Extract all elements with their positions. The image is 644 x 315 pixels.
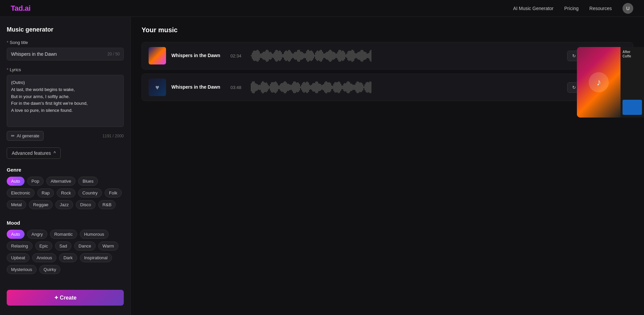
waveform-bar [354,51,354,60]
waveform-bar [257,84,258,91]
waveform[interactable] [251,81,562,94]
mood-tag-relaxing[interactable]: Relaxing [7,241,33,251]
waveform-bar [277,83,278,91]
waveform-bar [295,52,296,60]
mood-tag-sad[interactable]: Sad [55,241,71,251]
waveform-bar [312,51,313,60]
waveform-bar [363,84,363,90]
genre-tag-blues[interactable]: Blues [78,177,98,186]
mood-tag-anxious[interactable]: Anxious [32,253,56,262]
waveform-bar [315,82,316,93]
music-note-icon: ♪ [596,77,601,88]
genre-tag-jazz[interactable]: Jazz [55,200,73,209]
ai-generate-button[interactable]: ✏ AI generate [7,131,44,141]
genre-tag-rock[interactable]: Rock [57,188,75,197]
waveform-bar [327,82,328,92]
track-info: Whispers in the Dawn [171,84,225,91]
mood-tag-humorous[interactable]: Humorous [80,230,109,239]
waveform-bar [364,51,364,60]
waveform-bar [271,52,272,59]
waveform-bar [354,85,354,90]
waveform-bar [297,50,298,61]
genre-tag-electronic[interactable]: Electronic [7,188,35,197]
waveform-bar [331,51,332,61]
mood-tag-dance[interactable]: Dance [74,241,96,251]
mood-tag-mysterious[interactable]: Mysterious [7,265,37,274]
waveform-bar [369,82,369,92]
waveform-bar [273,53,274,58]
waveform-bar [356,53,356,58]
create-button[interactable]: ✦ Create [7,290,124,306]
song-title-input[interactable] [7,48,124,60]
mood-tag-inspirational[interactable]: Inspirational [80,253,112,262]
waveform-bar [342,85,343,89]
waveform-bar [299,84,300,90]
mood-tag-upbeat[interactable]: Upbeat [7,253,30,262]
waveform-bar [286,50,287,61]
genre-tag-rap[interactable]: Rap [37,188,54,197]
waveform-bar [371,82,371,93]
waveform-bar [304,82,305,93]
mood-tag-warm[interactable]: Warm [98,241,118,251]
genre-tag-metal[interactable]: Metal [7,200,26,209]
lyrics-textarea[interactable] [7,75,124,127]
mood-tag-angry[interactable]: Angry [27,230,47,239]
genre-tag-alternative[interactable]: Alternative [46,177,75,186]
genre-tag-auto[interactable]: Auto [7,177,24,186]
mood-tag-quirky[interactable]: Quirky [39,265,61,274]
waveform-bar [328,82,329,92]
waveform-bar [254,50,255,61]
waveform-bar [316,81,317,93]
waveform-bar [284,81,285,93]
waveform-bar [323,53,324,58]
waveform-bar [270,84,271,91]
waveform-bar [272,54,273,58]
waveform-bar [259,51,260,60]
waveform-bar [345,54,346,57]
waveform-bar [369,53,369,59]
waveform-bar [339,50,340,62]
waveform-bar [315,52,316,59]
waveform-bar [307,82,308,93]
pricing-link[interactable]: Pricing [564,6,579,11]
waveform-bar [268,85,269,90]
lyrics-footer: ✏ AI generate 1191 / 2000 [7,131,124,141]
genre-tag-reggae[interactable]: Reggae [29,200,53,209]
track-duration: 02:34 [230,53,246,58]
track-list: Whispers in the Dawn02:34↻ Reuse Prompt⋯… [142,42,633,101]
waveform-bar [258,85,259,90]
waveform-bar [307,50,308,61]
waveform-bar [321,50,322,61]
waveform-bar [367,53,367,58]
waveform-bar [260,53,261,58]
ai-music-generator-link[interactable]: AI Music Generator [513,6,554,11]
waveform-bar [256,50,257,61]
genre-tag-country[interactable]: Country [78,188,102,197]
genre-tag-randb[interactable]: R&B [98,200,116,209]
waveform-bar [340,84,341,91]
waveform[interactable] [251,49,562,62]
waveform-bar [324,53,325,58]
genre-tag-disco[interactable]: Disco [76,200,96,209]
waveform-bar [332,52,333,59]
genre-tag-folk[interactable]: Folk [105,188,122,197]
waveform-bar [344,83,345,92]
mood-tag-epic[interactable]: Epic [35,241,52,251]
mood-tag-dark[interactable]: Dark [59,253,77,262]
genre-tag-pop[interactable]: Pop [27,177,44,186]
resources-link[interactable]: Resources [589,6,612,11]
player-side-text: AfterCoffe [623,50,642,58]
mood-tag-romantic[interactable]: Romantic [50,230,77,239]
main-layout: Music generator *Song title 20 / 50 *Lyr… [0,17,644,315]
waveform-bar [259,85,260,90]
advanced-features-toggle[interactable]: Advanced features ^ [7,147,61,159]
waveform-bar [274,52,275,59]
waveform-bar [362,83,362,92]
mood-tag-auto[interactable]: Auto [7,230,24,239]
avatar[interactable]: U [623,3,633,14]
waveform-bar [333,52,334,60]
track-thumbnail [149,47,166,64]
genre-section: Genre AutoPopAlternativeBluesElectronicR… [7,167,124,212]
waveform-bar [332,86,333,89]
waveform-bar [264,52,265,60]
